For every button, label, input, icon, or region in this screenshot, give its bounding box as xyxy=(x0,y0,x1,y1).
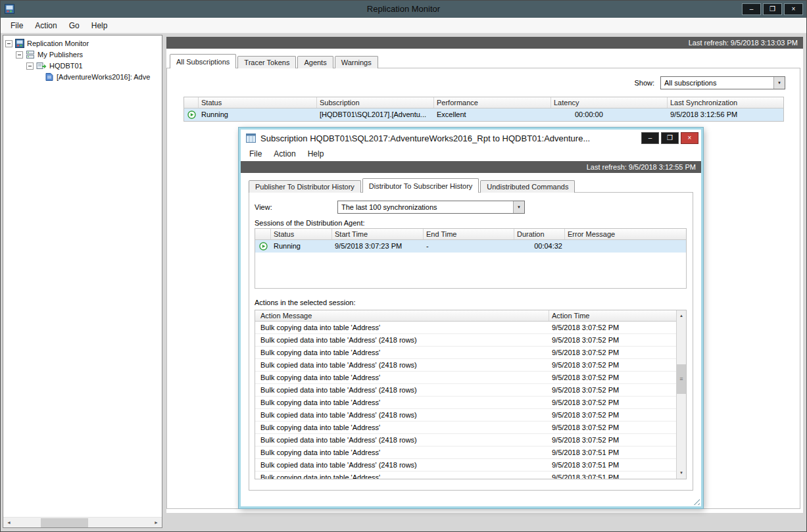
show-label: Show: xyxy=(634,79,654,87)
column-header-latency[interactable]: Latency xyxy=(551,97,668,108)
collapse-icon[interactable] xyxy=(26,62,34,70)
subscriptions-table-header: Status Subscription Performance Latency … xyxy=(184,97,783,109)
session-row[interactable]: Running 9/5/2018 3:07:23 PM - 00:04:32 xyxy=(255,240,686,253)
scroll-left-icon[interactable]: ◄ xyxy=(4,518,14,527)
chevron-down-icon[interactable]: ▼ xyxy=(513,201,524,213)
column-header-icon[interactable] xyxy=(184,97,199,108)
tree-item-hqdbt01[interactable]: HQDBT01 xyxy=(3,60,162,71)
column-header-end-time[interactable]: End Time xyxy=(424,229,514,239)
maximize-button[interactable]: ❐ xyxy=(763,3,782,15)
column-header-performance[interactable]: Performance xyxy=(434,97,551,108)
action-row[interactable]: Bulk copied data into table 'Address' (2… xyxy=(255,434,676,447)
action-message-cell: Bulk copied data into table 'Address' (2… xyxy=(255,334,549,346)
actions-vertical-scrollbar[interactable]: ▲ ≡ ▼ xyxy=(676,310,686,479)
tree-item-replication-monitor[interactable]: Replication Monitor xyxy=(3,38,162,49)
column-header-error-message[interactable]: Error Message xyxy=(565,229,686,239)
action-row[interactable]: Bulk copied data into table 'Address' (2… xyxy=(255,359,676,372)
tab-agents[interactable]: Agents xyxy=(297,56,333,68)
dialog-last-refresh-bar: Last refresh: 9/5/2018 3:12:55 PM xyxy=(241,161,701,173)
tree-item-publication[interactable]: [AdventureWorks2016]: Adve xyxy=(3,72,162,82)
action-time-cell: 9/5/2018 3:07:52 PM xyxy=(549,334,676,346)
show-dropdown[interactable]: All subscriptions ▼ xyxy=(660,76,785,89)
last-refresh-bar: Last refresh: 9/5/2018 3:13:03 PM xyxy=(166,37,803,49)
view-dropdown-value: The last 100 synchronizations xyxy=(338,201,513,213)
scrollbar-thumb[interactable] xyxy=(41,518,88,527)
last-sync-cell: 9/5/2018 3:12:56 PM xyxy=(668,109,785,121)
scroll-right-icon[interactable]: ► xyxy=(151,518,161,527)
action-time-cell: 9/5/2018 3:07:52 PM xyxy=(549,322,676,333)
column-header-icon[interactable] xyxy=(255,229,271,239)
duration-cell: 00:04:32 xyxy=(514,240,565,253)
collapse-icon[interactable] xyxy=(5,40,12,47)
tab-warnings[interactable]: Warnings xyxy=(335,56,378,68)
menu-help[interactable]: Help xyxy=(86,19,114,32)
subscription-detail-dialog: Subscription HQDBT01\SQL2017:AdventureWo… xyxy=(239,128,703,508)
scrollbar-thumb[interactable]: ≡ xyxy=(677,364,686,394)
dialog-menu-help[interactable]: Help xyxy=(302,147,330,160)
menubar: File Action Go Help xyxy=(1,18,806,34)
subscription-cell: [HQDBT01\SQL2017].[Adventu... xyxy=(317,109,434,121)
tree-item-label: My Publishers xyxy=(37,51,83,59)
chevron-down-icon[interactable]: ▼ xyxy=(773,77,785,89)
view-dropdown[interactable]: The last 100 synchronizations ▼ xyxy=(337,201,525,214)
column-header-start-time[interactable]: Start Time xyxy=(332,229,424,239)
tab-publisher-to-distributor-history[interactable]: Publisher To Distributor History xyxy=(249,180,361,193)
action-time-cell: 9/5/2018 3:07:52 PM xyxy=(549,409,676,421)
action-row[interactable]: Bulk copying data into table 'Address' 9… xyxy=(255,347,676,359)
action-time-cell: 9/5/2018 3:07:52 PM xyxy=(549,422,676,433)
column-header-last-synchronization[interactable]: Last Synchronization xyxy=(668,97,785,108)
dialog-minimize-button[interactable]: – xyxy=(641,132,659,144)
resize-grip[interactable] xyxy=(691,496,700,505)
menu-action[interactable]: Action xyxy=(29,19,62,32)
latency-cell: 00:00:00 xyxy=(551,109,668,121)
action-message-cell: Bulk copied data into table 'Address' (2… xyxy=(255,459,549,471)
scroll-up-icon[interactable]: ▲ xyxy=(677,311,686,321)
minimize-button[interactable]: – xyxy=(742,3,761,15)
close-button[interactable]: × xyxy=(784,3,803,15)
action-row[interactable]: Bulk copying data into table 'Address' 9… xyxy=(255,397,676,409)
action-message-cell: Bulk copied data into table 'Address' (2… xyxy=(255,434,549,446)
tab-tracer-tokens[interactable]: Tracer Tokens xyxy=(237,56,296,68)
action-message-cell: Bulk copying data into table 'Address' xyxy=(255,422,549,433)
replication-monitor-window: Replication Monitor – ❐ × File Action Go… xyxy=(0,0,807,532)
tree-item-my-publishers[interactable]: My Publishers xyxy=(3,49,162,60)
action-row[interactable]: Bulk copying data into table 'Address' 9… xyxy=(255,322,676,334)
sessions-label: Sessions of the Distribution Agent: xyxy=(255,219,365,227)
actions-label: Actions in the selected session: xyxy=(255,299,355,306)
titlebar[interactable]: Replication Monitor – ❐ × xyxy=(1,1,806,18)
action-row[interactable]: Bulk copied data into table 'Address' (2… xyxy=(255,459,676,472)
actions-table: Action Message Action Time Bulk copying … xyxy=(255,310,687,479)
column-header-action-time[interactable]: Action Time xyxy=(549,310,676,321)
menu-file[interactable]: File xyxy=(5,19,29,32)
action-message-cell: Bulk copying data into table 'Address' xyxy=(255,447,549,458)
action-row[interactable]: Bulk copied data into table 'Address' (2… xyxy=(255,334,676,347)
dialog-body: Publisher To Distributor History Distrib… xyxy=(241,173,701,506)
action-time-cell: 9/5/2018 3:07:51 PM xyxy=(549,459,676,471)
column-header-status[interactable]: Status xyxy=(271,229,332,239)
running-icon xyxy=(184,110,199,119)
action-row[interactable]: Bulk copying data into table 'Address' 9… xyxy=(255,372,676,384)
scroll-down-icon[interactable]: ▼ xyxy=(677,468,686,478)
action-time-cell: 9/5/2018 3:07:51 PM xyxy=(549,447,676,458)
action-row[interactable]: Bulk copying data into table 'Address' 9… xyxy=(255,447,676,459)
action-row[interactable]: Bulk copied data into table 'Address' (2… xyxy=(255,409,676,422)
column-header-status[interactable]: Status xyxy=(199,97,317,108)
tab-distributor-to-subscriber-history[interactable]: Distributor To Subscriber History xyxy=(362,178,479,193)
action-row[interactable]: Bulk copying data into table 'Address' 9… xyxy=(255,472,676,479)
action-row[interactable]: Bulk copying data into table 'Address' 9… xyxy=(255,422,676,434)
tab-undistributed-commands[interactable]: Undistributed Commands xyxy=(480,180,575,193)
dialog-menu-file[interactable]: File xyxy=(243,147,268,160)
column-header-subscription[interactable]: Subscription xyxy=(317,97,434,108)
subscription-row[interactable]: Running [HQDBT01\SQL2017].[Adventu... Ex… xyxy=(184,109,783,121)
tree-horizontal-scrollbar[interactable]: ◄ ► xyxy=(3,517,162,527)
column-header-duration[interactable]: Duration xyxy=(514,229,565,239)
column-header-action-message[interactable]: Action Message xyxy=(255,310,549,321)
tab-all-subscriptions[interactable]: All Subscriptions xyxy=(170,54,236,68)
collapse-icon[interactable] xyxy=(16,51,23,59)
dialog-close-button[interactable]: × xyxy=(681,132,698,144)
dialog-maximize-button[interactable]: ❐ xyxy=(661,132,679,144)
menu-go[interactable]: Go xyxy=(63,19,86,32)
dialog-titlebar[interactable]: Subscription HQDBT01\SQL2017:AdventureWo… xyxy=(241,130,701,147)
action-row[interactable]: Bulk copied data into table 'Address' (2… xyxy=(255,384,676,397)
dialog-menu-action[interactable]: Action xyxy=(268,147,301,160)
